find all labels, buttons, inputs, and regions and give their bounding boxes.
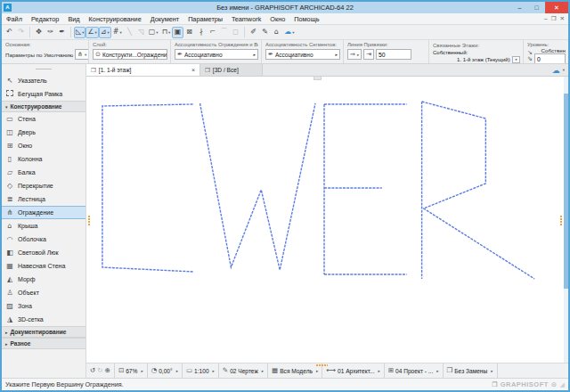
plane-snap-button[interactable]: ◹ — [135, 27, 147, 38]
tool-door[interactable]: ◫Дверь — [2, 126, 86, 139]
partial-structure-icon[interactable]: ▦ — [272, 367, 278, 374]
resize-grip[interactable]: ◢ — [560, 381, 565, 388]
groups-toggle[interactable]: ▢▾ — [147, 27, 160, 38]
renovation-filter-select[interactable]: Без Замены — [454, 368, 487, 374]
pen-set-select[interactable]: 02 Чертеж — [230, 368, 258, 374]
vertical-scrollbar-thumb[interactable] — [564, 94, 568, 288]
toolbox-scroll-up[interactable] — [2, 64, 86, 74]
menu-item-5[interactable]: Параметры — [183, 15, 227, 23]
chevron-down-icon[interactable]: ▾ — [563, 68, 565, 72]
reference-line-side-button[interactable]: ⇒ ▸ — [347, 49, 362, 60]
cloud-sync-button[interactable]: ☁▾ — [282, 27, 296, 38]
layer-select[interactable]: ⊙ Конструкти...Ограждение ▸ — [93, 49, 167, 60]
tool-morph[interactable]: ◭Морф — [2, 273, 86, 286]
tool-object[interactable]: ♙Объект — [2, 286, 86, 299]
guide-lines-toggle[interactable]: ◺▾ — [74, 27, 86, 38]
home-story-button[interactable]: ⌂ — [271, 27, 282, 38]
offset-input[interactable] — [376, 49, 411, 60]
tool-curtain-wall[interactable]: ▦Навесная Стена — [2, 259, 86, 273]
section-construction[interactable]: ▾Конструирование — [2, 101, 86, 112]
assoc-segments-select[interactable]: ✒ Ассоциативно ▸ — [265, 49, 340, 60]
renovation-icon[interactable]: ❐ — [447, 367, 453, 374]
pick-up-parameters-button[interactable]: ✑ — [45, 27, 56, 38]
menu-item-4[interactable]: Документ — [146, 15, 183, 23]
tool-stair[interactable]: ≣Лестница — [2, 192, 86, 206]
undo-button[interactable]: ↶ — [4, 27, 15, 38]
offset-button[interactable]: ◻ — [230, 27, 241, 38]
assoc-railing-select[interactable]: ✒ Ассоциативно ▸ — [175, 49, 258, 60]
mdi-minimize-button[interactable]: – — [544, 15, 548, 22]
layout-icon[interactable]: ⊞ — [388, 367, 394, 374]
tool-window[interactable]: ⊞Окно — [2, 139, 86, 152]
trim-button[interactable]: ⊠ — [183, 27, 195, 38]
tool-pointer[interactable]: ↖Указатель — [2, 74, 86, 87]
redo-button[interactable]: ↷ — [15, 27, 27, 38]
menu-item-2[interactable]: Вид — [63, 15, 84, 23]
tool-roof[interactable]: ⌂Крыша — [2, 219, 86, 233]
tab-floor-plan[interactable]: ❐ [1. 1-й этаж] × — [86, 64, 200, 76]
gravity-button[interactable]: ╲ — [124, 27, 135, 38]
floor-plan-canvas[interactable] — [86, 77, 568, 363]
layout-select[interactable]: 04 Проект - ... — [395, 368, 433, 374]
scale-icon[interactable]: ▭ — [186, 367, 192, 374]
tool-zone[interactable]: ▨Зона — [2, 299, 86, 313]
fit-in-window-button[interactable]: ⊡ — [118, 367, 124, 374]
autogroup-toggle[interactable]: ⊓▾ — [160, 27, 173, 38]
split-button[interactable]: ∤ — [195, 27, 207, 38]
tool-railing[interactable]: ⋔Ограждение — [2, 206, 86, 219]
dimensions-icon[interactable]: ⟷ — [326, 367, 336, 374]
dimensions-select[interactable]: 01 Архитект... — [338, 368, 375, 374]
tool-column[interactable]: ▯Колонна — [2, 152, 86, 166]
review-button[interactable]: ✎ — [259, 27, 271, 38]
vertical-scrollbar[interactable] — [564, 77, 568, 363]
markup-button[interactable]: ✐ — [248, 27, 259, 38]
tool-shell[interactable]: ◠Оболочка — [2, 233, 86, 246]
menu-item-0[interactable]: Файл — [2, 15, 27, 23]
railing-letter-C[interactable] — [102, 104, 194, 272]
menu-item-8[interactable]: Помощь — [289, 15, 323, 23]
menu-item-6[interactable]: Teamwork — [227, 15, 265, 23]
menu-item-3[interactable]: Конструирование — [85, 15, 146, 23]
pen-set-icon[interactable]: ✎ — [223, 367, 228, 374]
structure-display-select[interactable]: Вся Модель — [280, 368, 313, 374]
windows-stack-icon[interactable]: ❐ — [492, 381, 497, 388]
zoom-level-select[interactable]: 67% — [126, 368, 137, 374]
tab-close-icon[interactable]: × — [191, 67, 195, 73]
level-input[interactable] — [534, 53, 566, 63]
suspend-groups-toggle[interactable]: ▣ — [172, 27, 183, 38]
snap-guides-toggle[interactable]: ∠▾ — [86, 27, 98, 38]
orientation-icon[interactable]: ◔ — [151, 367, 158, 374]
fillet-button[interactable]: ⌒ — [218, 27, 230, 38]
adjust-button[interactable]: ⌐ — [207, 27, 218, 38]
story-select-button[interactable]: ▸ — [512, 56, 520, 63]
title-bar[interactable]: A Без имени - GRAPHISOFT ARCHICAD-64 22 … — [2, 2, 568, 13]
orientation-select[interactable]: 0,00° — [159, 368, 172, 374]
inject-parameters-button[interactable]: ✒ — [56, 27, 68, 38]
mdi-restore-button[interactable]: ❐ — [551, 15, 557, 22]
section-misc[interactable]: ▸Разное — [2, 338, 86, 349]
maximize-button[interactable]: □ — [528, 2, 545, 13]
railing-drawing[interactable] — [86, 77, 568, 363]
element-settings-button[interactable]: ⋔ ▾ — [75, 49, 89, 60]
menu-item-1[interactable]: Редактор — [27, 15, 63, 23]
modify-settings-button[interactable]: ✥ — [33, 27, 45, 38]
grid-snap-toggle[interactable]: #▾ — [111, 27, 124, 38]
railing-letter-R-bowl-leg[interactable] — [422, 102, 535, 279]
tool-marquee[interactable]: Бегущая Рамка — [2, 87, 86, 101]
tool-mesh[interactable]: ◮3D-сетка — [2, 313, 86, 326]
tool-slab[interactable]: ◇Перекрытие — [2, 179, 86, 192]
tab-3d-all[interactable]: ❒ [3D / Все] — [200, 64, 263, 76]
mdi-close-button[interactable]: ✕ — [560, 15, 565, 22]
scale-select[interactable]: 1:100 — [194, 368, 209, 374]
zoom-in-button[interactable]: ⊕ — [105, 367, 110, 374]
zoom-back-button[interactable]: ↺ — [90, 367, 95, 374]
close-button[interactable]: ✕ — [545, 2, 568, 13]
tool-wall[interactable]: ▭Стена — [2, 112, 86, 126]
menu-item-7[interactable]: Окно — [265, 15, 289, 23]
offset-mode-button[interactable]: ⇥ — [363, 49, 374, 60]
tool-skylight[interactable]: ◧Световой Люк — [2, 246, 86, 259]
minimize-button[interactable]: – — [511, 2, 528, 13]
teamwork-cloud-icon[interactable]: ☁ — [552, 66, 560, 75]
tool-beam[interactable]: ▱Балка — [2, 166, 86, 179]
railing-letter-W[interactable] — [200, 103, 316, 270]
